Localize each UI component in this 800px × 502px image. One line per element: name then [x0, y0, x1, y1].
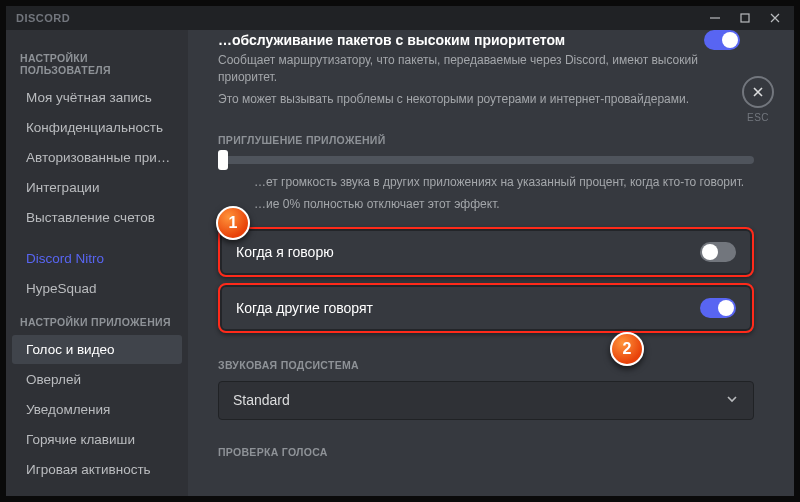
qos-desc-2: Это может вызывать проблемы с некоторыми… [218, 91, 754, 108]
audio-subsystem-value: Standard [233, 392, 290, 408]
sidebar-item-authorized-apps[interactable]: Авторизованные прил… [12, 143, 182, 172]
sidebar-item-voice-video[interactable]: Голос и видео [12, 335, 182, 364]
sidebar-header-app: НАСТРОЙКИ ПРИЛОЖЕНИЯ [6, 304, 188, 334]
row-when-i-speak: Когда я говорю [218, 227, 754, 277]
when-i-speak-toggle[interactable] [700, 242, 736, 262]
annotation-callout-1: 1 [216, 206, 250, 240]
sidebar-item-privacy[interactable]: Конфиденциальность [12, 113, 182, 142]
sidebar-item-hotkeys[interactable]: Горячие клавиши [12, 425, 182, 454]
sidebar-item-overlay[interactable]: Оверлей [12, 365, 182, 394]
sidebar-item-account[interactable]: Моя учётная запись [12, 83, 182, 112]
sidebar-item-nitro[interactable]: Discord Nitro [12, 244, 182, 273]
sidebar-item-hypesquad[interactable]: HypeSquad [12, 274, 182, 303]
svg-rect-0 [741, 14, 749, 22]
window-controls [702, 8, 788, 28]
maximize-button[interactable] [732, 8, 758, 28]
when-others-speak-label: Когда другие говорят [236, 300, 373, 316]
sidebar-item-billing[interactable]: Выставление счетов [12, 203, 182, 232]
sidebar-header-user: НАСТРОЙКИ ПОЛЬЗОВАТЕЛЯ [6, 40, 188, 82]
qos-toggle[interactable] [704, 30, 740, 50]
sidebar-item-game-activity[interactable]: Игровая активность [12, 455, 182, 484]
sidebar-item-integrations[interactable]: Интеграции [12, 173, 182, 202]
esc-button[interactable] [742, 76, 774, 108]
slider-thumb[interactable] [218, 150, 228, 170]
attenuation-header: ПРИГЛУШЕНИЕ ПРИЛОЖЕНИЙ [218, 134, 754, 146]
minimize-icon [710, 13, 720, 23]
settings-sidebar: НАСТРОЙКИ ПОЛЬЗОВАТЕЛЯ Моя учётная запис… [6, 30, 188, 496]
qos-title: …обслуживание пакетов с высоким приорите… [218, 30, 754, 48]
close-icon [770, 13, 780, 23]
sidebar-item-notifications[interactable]: Уведомления [12, 395, 182, 424]
esc-control: ESC [742, 76, 774, 123]
settings-main: …обслуживание пакетов с высоким приорите… [188, 30, 794, 496]
titlebar: DISCORD [6, 6, 794, 30]
maximize-icon [740, 13, 750, 23]
voice-check-header: ПРОВЕРКА ГОЛОСА [218, 446, 754, 458]
close-icon [751, 85, 765, 99]
audio-subsystem-header: ЗВУКОВАЯ ПОДСИСТЕМА [218, 359, 754, 371]
attenuation-desc-2: …ие 0% полностью отключает этот эффект. [218, 196, 754, 213]
when-others-speak-toggle[interactable] [700, 298, 736, 318]
row-when-others-speak: Когда другие говорят [218, 283, 754, 333]
when-i-speak-label: Когда я говорю [236, 244, 334, 260]
minimize-button[interactable] [702, 8, 728, 28]
content: НАСТРОЙКИ ПОЛЬЗОВАТЕЛЯ Моя учётная запис… [6, 30, 794, 496]
chevron-down-icon [725, 392, 739, 409]
esc-label: ESC [742, 112, 774, 123]
attenuation-desc-1: …ет громкость звука в других приложениях… [218, 174, 754, 191]
attenuation-slider[interactable] [218, 156, 754, 164]
app-window: DISCORD НАСТРОЙКИ ПОЛЬЗОВАТЕЛЯ Моя учётн… [6, 6, 794, 496]
annotation-callout-2: 2 [610, 332, 644, 366]
qos-desc-1: Сообщает маршрутизатору, что пакеты, пер… [218, 52, 754, 87]
app-title: DISCORD [16, 12, 70, 24]
close-button[interactable] [762, 8, 788, 28]
audio-subsystem-select[interactable]: Standard [218, 381, 754, 420]
